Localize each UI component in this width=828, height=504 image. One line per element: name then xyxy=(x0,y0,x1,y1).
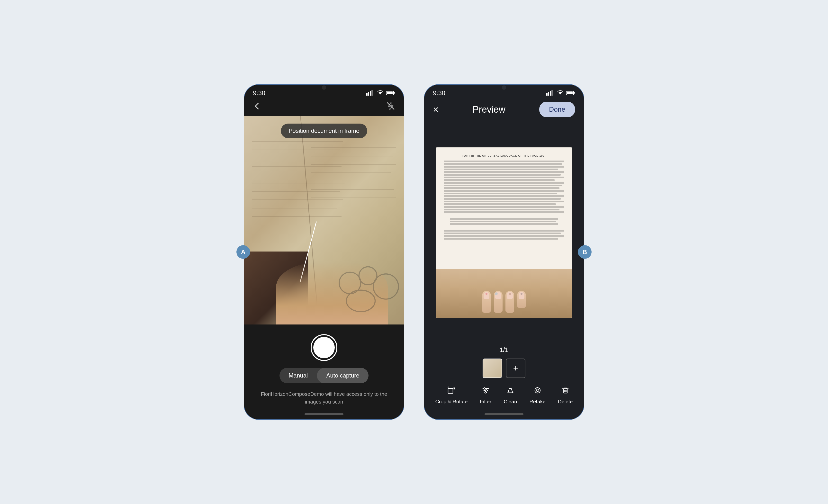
finger-4 xyxy=(517,291,526,308)
preview-header: × Preview Done xyxy=(424,99,584,121)
svg-point-31 xyxy=(535,388,540,393)
svg-point-28 xyxy=(485,390,487,391)
pagination: 1/1 xyxy=(424,344,584,356)
crop-rotate-button[interactable]: Crop & Rotate xyxy=(435,386,467,405)
svg-point-32 xyxy=(536,389,539,392)
status-icons xyxy=(366,90,395,96)
nail-3 xyxy=(507,292,513,299)
svg-rect-0 xyxy=(366,93,368,96)
phone-a-wrapper: A 9:30 xyxy=(244,84,404,420)
crop-rotate-label: Crop & Rotate xyxy=(435,399,467,405)
svg-rect-14 xyxy=(548,92,549,96)
svg-marker-17 xyxy=(558,92,562,95)
delete-label: Delete xyxy=(558,399,573,405)
signal-icon-b xyxy=(546,90,554,96)
svg-point-11 xyxy=(373,274,399,299)
camera-phone: 9:30 xyxy=(244,84,404,420)
svg-point-27 xyxy=(484,388,485,389)
notch xyxy=(307,85,341,90)
svg-rect-16 xyxy=(551,90,553,96)
done-button[interactable]: Done xyxy=(539,102,575,117)
clean-label: Clean xyxy=(504,399,517,405)
book-image xyxy=(244,116,404,325)
svg-rect-3 xyxy=(371,90,373,96)
camera-controls: Manual Auto capture FioriHorizonComposeD… xyxy=(244,325,404,410)
svg-rect-15 xyxy=(550,91,551,96)
preview-toolbar: Crop & Rotate Filter xyxy=(424,382,584,410)
doc-hand-photo xyxy=(436,269,572,318)
signal-icon xyxy=(366,90,374,96)
svg-rect-6 xyxy=(387,91,392,94)
flash-button[interactable] xyxy=(386,102,395,112)
back-button[interactable] xyxy=(253,102,262,112)
thumb-content-1 xyxy=(483,359,502,378)
doc-content: PART III THE UNIVERSAL LANGUAGE OF THE F… xyxy=(436,148,572,246)
preview-document: PART III THE UNIVERSAL LANGUAGE OF THE F… xyxy=(436,148,572,318)
retake-icon xyxy=(533,386,542,397)
floral-bg xyxy=(332,241,404,325)
position-badge: Position document in frame xyxy=(281,124,367,138)
svg-rect-2 xyxy=(370,91,371,96)
status-icons-b xyxy=(546,90,575,96)
clean-button[interactable]: Clean xyxy=(504,386,517,405)
svg-rect-20 xyxy=(574,92,575,94)
delete-icon xyxy=(561,386,570,397)
notch-b xyxy=(487,85,521,90)
battery-icon xyxy=(386,90,395,95)
svg-marker-4 xyxy=(378,92,382,95)
svg-point-12 xyxy=(346,290,375,311)
capture-mode-toggle: Manual Auto capture xyxy=(280,368,369,383)
auto-capture-mode-button[interactable]: Auto capture xyxy=(317,368,369,383)
time-display-b: 9:30 xyxy=(433,89,445,97)
add-page-button[interactable]: + xyxy=(506,359,526,378)
close-button[interactable]: × xyxy=(433,104,439,114)
thumbnail-row: + xyxy=(424,356,584,382)
svg-rect-19 xyxy=(567,91,573,94)
doc-header-text: PART III THE UNIVERSAL LANGUAGE OF THE F… xyxy=(444,154,564,157)
hand-fingers xyxy=(482,291,526,313)
delete-button[interactable]: Delete xyxy=(558,386,573,405)
nail-4 xyxy=(519,292,525,299)
battery-icon-b xyxy=(566,90,575,95)
finger-1 xyxy=(482,291,491,313)
front-camera-dot xyxy=(322,85,326,90)
svg-rect-13 xyxy=(546,93,547,96)
clean-icon xyxy=(506,386,515,397)
svg-rect-7 xyxy=(394,92,395,94)
home-indicator-b xyxy=(485,413,524,415)
retake-label: Retake xyxy=(529,399,546,405)
phone-b-wrapper: 9:30 xyxy=(424,84,584,420)
retake-button[interactable]: Retake xyxy=(529,386,546,405)
indicator-b: B xyxy=(578,245,591,259)
nail-2 xyxy=(495,292,501,299)
time-display: 9:30 xyxy=(253,89,265,97)
thumbnail-1[interactable] xyxy=(483,359,502,378)
shutter-button[interactable] xyxy=(310,334,337,361)
permission-text: FioriHorizonComposeDemo will have access… xyxy=(251,390,397,406)
preview-image-area: PART III THE UNIVERSAL LANGUAGE OF THE F… xyxy=(424,121,584,344)
nail-1 xyxy=(484,292,489,299)
finger-3 xyxy=(505,291,514,313)
home-indicator xyxy=(304,413,343,415)
manual-mode-button[interactable]: Manual xyxy=(280,368,317,383)
indicator-a: A xyxy=(237,245,250,259)
camera-header xyxy=(244,99,404,116)
doc-text-lines xyxy=(444,161,564,240)
svg-point-29 xyxy=(485,392,486,393)
crop-rotate-icon xyxy=(447,386,456,397)
wifi-icon xyxy=(377,90,384,96)
finger-2 xyxy=(494,291,502,313)
preview-phone: 9:30 xyxy=(424,84,584,420)
camera-viewfinder: Position document in frame xyxy=(244,116,404,325)
svg-rect-1 xyxy=(368,92,369,96)
preview-title: Preview xyxy=(472,104,505,115)
filter-button[interactable]: Filter xyxy=(480,386,491,405)
filter-label: Filter xyxy=(480,399,491,405)
shutter-inner xyxy=(313,337,335,358)
front-camera-dot-b xyxy=(502,85,506,90)
filter-icon xyxy=(482,386,490,397)
wifi-icon-b xyxy=(556,90,564,96)
